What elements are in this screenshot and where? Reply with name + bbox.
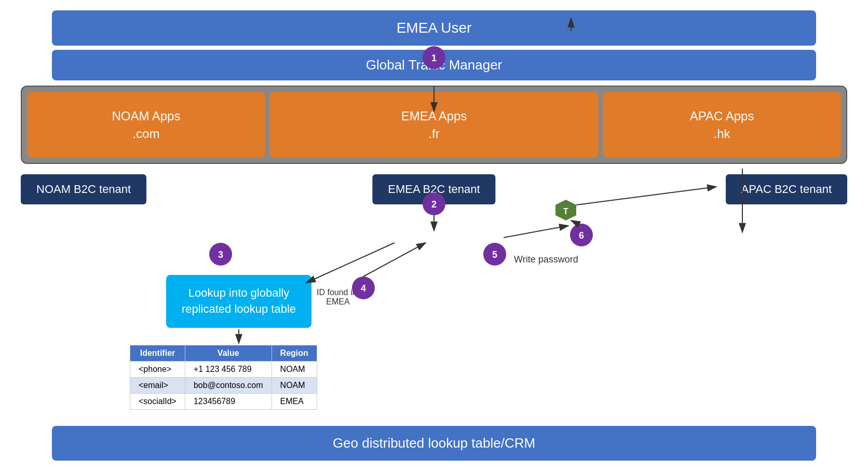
bottom-bar-label: Geo distributed lookup table/CRM — [333, 435, 535, 451]
apps-row: NOAM Apps.com EMEA Apps.fr APAC Apps.hk — [21, 86, 847, 164]
table-row: <socialId> 123456789 EMEA — [130, 394, 317, 410]
lookup-box-label: Lookup into globally replicated lookup t… — [182, 286, 296, 315]
step5-circle — [483, 243, 506, 266]
arrow-step4-emea-b2c — [363, 243, 426, 276]
id-found-label: ID found in:EMEA — [317, 288, 359, 307]
t-label: T — [563, 207, 568, 216]
emea-app-label: EMEA Apps.fr — [401, 109, 467, 141]
emea-user-bar: EMEA User — [52, 10, 816, 46]
col-region: Region — [272, 345, 317, 362]
gtm-bar: Global Traffic Manager — [52, 50, 816, 80]
gtm-label: Global Traffic Manager — [366, 57, 503, 73]
step6-label: 6 — [579, 230, 584, 241]
col-value: Value — [185, 345, 272, 362]
lookup-table: Identifier Value Region <phone> +1 123 4… — [130, 345, 317, 410]
cell-region: NOAM — [272, 378, 317, 394]
apac-b2c-box: APAC B2C tenant — [726, 174, 847, 204]
write-password-label: Write password — [514, 254, 578, 265]
emea-b2c-label: EMEA B2C tenant — [388, 183, 480, 196]
emea-app-box: EMEA Apps.fr — [269, 92, 599, 158]
cell-identifier: <phone> — [130, 362, 185, 378]
step4-label: 4 — [361, 283, 366, 294]
noam-app-label: NOAM Apps.com — [112, 109, 180, 141]
cell-value: +1 123 456 789 — [185, 362, 272, 378]
noam-app-box: NOAM Apps.com — [27, 92, 265, 158]
cell-region: EMEA — [272, 394, 317, 410]
emea-user-label: EMEA User — [397, 20, 472, 36]
cell-identifier: <email> — [130, 378, 185, 394]
arrow-emea-b2c-lookup — [306, 243, 395, 283]
apac-b2c-label: APAC B2C tenant — [741, 183, 832, 196]
cell-value: bob@contoso.com — [185, 378, 272, 394]
diagram-wrapper: EMEA User Global Traffic Manager NOAM Ap… — [0, 0, 868, 471]
b2c-row: NOAM B2C tenant EMEA B2C tenant APAC B2C… — [21, 171, 847, 207]
step3-circle — [209, 243, 232, 266]
step5-label: 5 — [492, 250, 497, 260]
bottom-bar: Geo distributed lookup table/CRM — [52, 426, 816, 461]
table-row: <phone> +1 123 456 789 NOAM — [130, 362, 317, 378]
apac-app-box: APAC Apps.hk — [603, 92, 841, 158]
lookup-box: Lookup into globally replicated lookup t… — [166, 275, 311, 328]
arrow-emea-b2c-step6 — [504, 226, 568, 238]
cell-identifier: <socialId> — [130, 394, 185, 410]
cell-value: 123456789 — [185, 394, 272, 410]
emea-b2c-box: EMEA B2C tenant — [372, 174, 495, 204]
noam-b2c-label: NOAM B2C tenant — [36, 183, 131, 196]
cell-region: NOAM — [272, 362, 317, 378]
table-row: <email> bob@contoso.com NOAM — [130, 378, 317, 394]
col-identifier: Identifier — [130, 345, 185, 362]
step6-circle — [570, 224, 593, 246]
noam-b2c-box: NOAM B2C tenant — [21, 174, 146, 204]
apac-app-label: APAC Apps.hk — [690, 109, 754, 141]
step3-label: 3 — [218, 250, 223, 260]
arrow-step6-t — [571, 220, 576, 223]
